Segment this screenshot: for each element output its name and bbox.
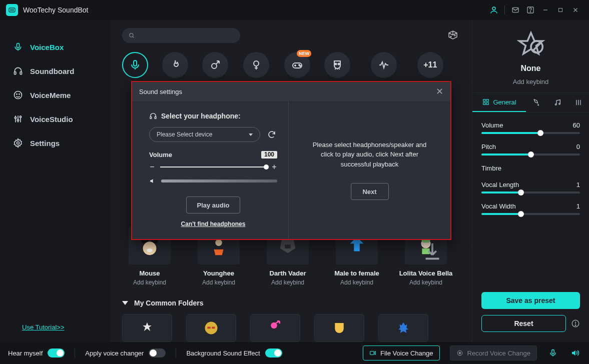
collapse-icon xyxy=(122,301,128,305)
apply-voice-toggle[interactable] xyxy=(149,348,166,358)
svg-point-30 xyxy=(254,61,259,66)
svg-point-63 xyxy=(459,352,461,354)
grid-icon xyxy=(482,98,490,106)
svg-point-15 xyxy=(17,94,17,94)
nav-label: VoiceStudio xyxy=(30,115,73,124)
random-dice-icon[interactable] xyxy=(446,28,460,42)
nav-soundboard[interactable]: Soundboard xyxy=(0,59,110,83)
add-keybind[interactable]: Add keybind xyxy=(409,279,442,286)
slider-value: 0 xyxy=(576,143,580,150)
add-keybind[interactable]: Add keybind xyxy=(340,279,373,286)
headphone-select[interactable]: Please Select device xyxy=(149,127,260,142)
svg-rect-42 xyxy=(285,244,291,248)
nav-voicebox[interactable]: VoiceBox xyxy=(0,35,110,59)
svg-rect-28 xyxy=(134,60,137,66)
slider-label: Pitch xyxy=(481,143,496,150)
microphone-icon xyxy=(13,42,23,52)
folders-header[interactable]: My Common Folders xyxy=(122,299,460,307)
window-close[interactable] xyxy=(568,2,583,18)
preset-add-keybind[interactable]: Add keybind xyxy=(513,78,549,86)
svg-rect-66 xyxy=(155,116,156,118)
tab-general[interactable]: General xyxy=(472,93,526,112)
svg-rect-11 xyxy=(17,44,20,48)
hear-myself-toggle[interactable] xyxy=(48,348,65,358)
title-bar: WooTechy SoundBot xyxy=(0,0,589,20)
nav-settings[interactable]: Settings xyxy=(0,131,110,155)
svg-point-21 xyxy=(17,120,19,121)
slider-label: Vocal Width xyxy=(481,202,516,210)
gear-icon xyxy=(13,138,23,148)
slider-value: 1 xyxy=(576,202,580,210)
preset-title: None xyxy=(521,64,541,73)
refresh-icon[interactable] xyxy=(266,129,277,140)
speaker-icon xyxy=(149,178,156,184)
bse-toggle[interactable] xyxy=(265,348,282,358)
slider-vocal-width[interactable]: Vocal Width1 xyxy=(481,202,580,215)
svg-point-60 xyxy=(575,325,576,326)
window-maximize[interactable] xyxy=(553,2,568,18)
close-icon[interactable]: ✕ xyxy=(436,86,443,97)
add-keybind[interactable]: Add keybind xyxy=(133,279,166,286)
slider-volume[interactable]: Volume60 xyxy=(481,122,580,134)
window-minimize[interactable] xyxy=(538,2,553,18)
svg-point-20 xyxy=(15,117,16,118)
warning-icon[interactable] xyxy=(571,319,580,328)
bottom-bar: Hear myself Apply voice changer Backgrou… xyxy=(0,342,589,364)
svg-rect-65 xyxy=(150,116,152,118)
svg-point-34 xyxy=(335,64,337,65)
slider-group: Volume60Pitch0TimbreVocal Length1Vocal W… xyxy=(472,112,589,215)
cant-find-headphones-link[interactable]: Can't find headphones xyxy=(181,220,246,228)
nav-label: Settings xyxy=(30,139,60,148)
slider-value: 60 xyxy=(573,122,580,129)
svg-rect-0 xyxy=(9,8,15,12)
folder-card[interactable] xyxy=(122,314,172,342)
folder-card[interactable] xyxy=(378,314,428,342)
svg-point-16 xyxy=(19,94,20,94)
svg-rect-8 xyxy=(559,8,562,12)
play-audio-button[interactable]: Play audio xyxy=(186,196,240,214)
file-voice-change-button[interactable]: File Voice Change xyxy=(363,346,440,360)
svg-rect-51 xyxy=(483,102,485,104)
add-keybind[interactable]: Add keybind xyxy=(271,279,304,286)
folder-card[interactable] xyxy=(314,314,364,342)
slider-label: Timbre xyxy=(481,164,501,172)
minus-icon[interactable]: − xyxy=(149,162,155,172)
tutorial-link[interactable]: Use Tutorial>> xyxy=(0,318,110,337)
plus-icon[interactable]: + xyxy=(271,162,277,172)
save-preset-button[interactable]: Save as preset xyxy=(481,292,580,309)
nav-label: VoiceMeme xyxy=(30,91,71,100)
headphones-icon xyxy=(149,112,157,120)
volume-slider[interactable]: − + xyxy=(149,162,277,172)
add-keybind[interactable]: Add keybind xyxy=(202,279,235,286)
nav-voicestudio[interactable]: VoiceStudio xyxy=(0,107,110,131)
volume-value: 100 xyxy=(261,151,277,158)
tab-equalizer[interactable] xyxy=(568,93,589,112)
preset-none-icon xyxy=(516,30,545,59)
microphone-icon[interactable] xyxy=(547,347,559,359)
folder-card[interactable] xyxy=(186,314,236,342)
user-icon[interactable] xyxy=(486,2,501,18)
right-panel: None Add keybind General Volume60Pitch0T… xyxy=(472,20,589,342)
tab-effects[interactable] xyxy=(526,93,547,112)
tab-music[interactable] xyxy=(547,93,568,112)
speaker-icon[interactable] xyxy=(569,347,581,359)
folder-card[interactable] xyxy=(250,314,300,342)
bse-label: Background Sound Effect xyxy=(186,350,260,357)
download-icon xyxy=(421,240,444,262)
slider-pitch[interactable]: Pitch0 xyxy=(481,143,580,156)
help-icon[interactable] xyxy=(523,2,538,18)
svg-point-27 xyxy=(454,35,455,36)
record-voice-change-button[interactable]: Record Voice Change xyxy=(450,346,537,360)
next-button[interactable]: Next xyxy=(351,183,389,200)
nav-label: VoiceBox xyxy=(30,43,64,52)
search-input[interactable] xyxy=(122,28,240,43)
nav-voicememe[interactable]: VoiceMeme xyxy=(0,83,110,107)
slider-timbre[interactable]: Timbre xyxy=(481,164,580,172)
slider-vocal-length[interactable]: Vocal Length1 xyxy=(481,181,580,194)
svg-rect-13 xyxy=(20,72,22,74)
svg-point-23 xyxy=(17,142,20,144)
mail-icon[interactable] xyxy=(508,2,523,18)
reset-button[interactable]: Reset xyxy=(481,315,566,332)
audio-meter xyxy=(149,178,277,184)
svg-point-39 xyxy=(147,248,153,252)
